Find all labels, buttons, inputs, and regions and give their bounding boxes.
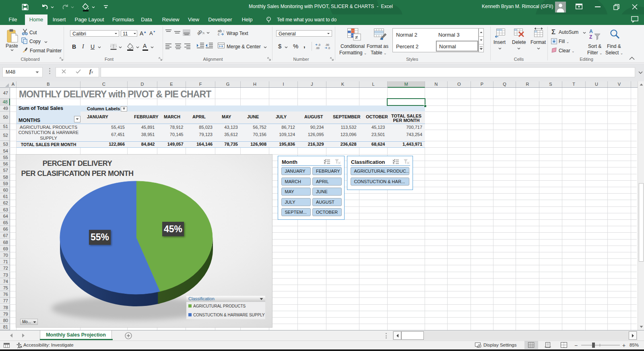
svg-text:.00: .00 [325,43,329,46]
svg-text:.00: .00 [316,47,320,50]
svg-text:A: A [589,29,593,34]
svg-text:ab: ab [197,29,203,36]
svg-text:≠: ≠ [355,34,358,40]
svg-text:c: c [218,32,220,36]
svg-text:.0: .0 [328,47,330,50]
svg-text:Z: Z [589,34,592,40]
svg-text:.0: .0 [318,43,320,46]
